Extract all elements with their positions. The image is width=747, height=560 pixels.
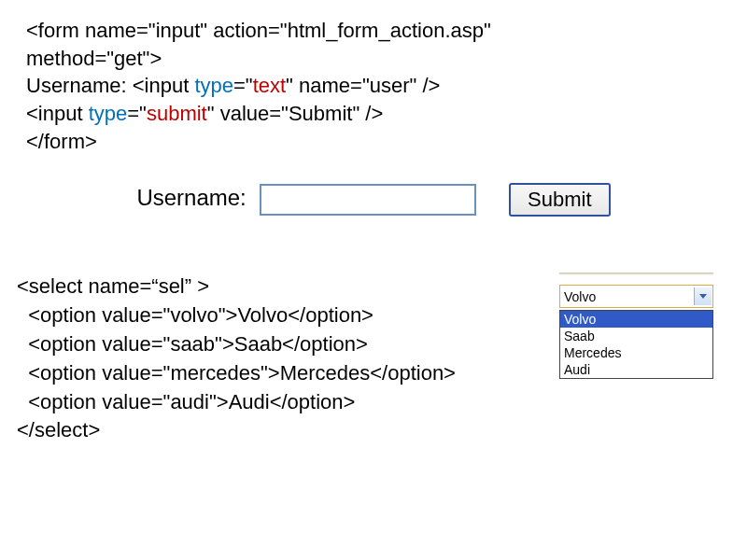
code-line: </form> <box>26 128 721 156</box>
select-option[interactable]: Mercedes <box>560 344 712 361</box>
select-value: Volvo <box>560 289 693 304</box>
chevron-down-icon <box>699 294 707 299</box>
select-code-block: <select name=“sel” > <option value="volv… <box>0 273 559 445</box>
code-line: <option value="volvo">Volvo</option> <box>17 301 541 330</box>
form-render-demo: Username: Submit <box>0 183 747 217</box>
code-line: <option value="saab">Saab</option> <box>17 330 541 359</box>
code-line: method="get"> <box>26 45 721 73</box>
submit-button[interactable]: Submit <box>509 183 610 217</box>
code-line: <option value="audi">Audi</option> <box>17 388 541 417</box>
username-input[interactable] <box>260 184 476 216</box>
code-line: <input type="submit" value="Submit" /> <box>26 100 721 128</box>
select-option[interactable]: Volvo <box>560 311 712 328</box>
code-line: <option value="mercedes">Mercedes</optio… <box>17 359 541 388</box>
code-line: </select> <box>17 416 541 445</box>
select-option[interactable]: Audi <box>560 361 712 378</box>
select-render-demo: Volvo Volvo Saab Mercedes Audi <box>559 273 713 445</box>
form-code-block: <form name="input" action="html_form_act… <box>0 0 747 155</box>
code-line: <form name="input" action="html_form_act… <box>26 17 721 45</box>
code-line: <select name=“sel” > <box>17 273 541 301</box>
select-closed[interactable]: Volvo <box>559 285 713 308</box>
select-option[interactable]: Saab <box>560 328 712 344</box>
code-line: Username: <input type="text" name="user"… <box>26 72 721 100</box>
select-dropdown-button[interactable] <box>694 287 712 305</box>
username-label: Username: <box>136 186 246 211</box>
divider <box>559 273 713 275</box>
select-open-list[interactable]: Volvo Saab Mercedes Audi <box>559 310 713 379</box>
